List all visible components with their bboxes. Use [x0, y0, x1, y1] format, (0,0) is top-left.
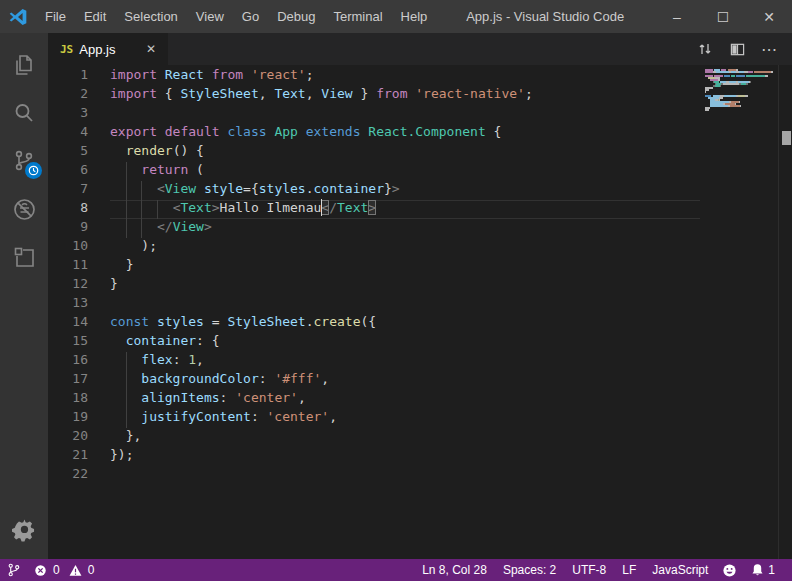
code-token: React [165, 67, 204, 82]
menu-selection[interactable]: Selection [115, 0, 186, 33]
cursor-position[interactable]: Ln 8, Col 28 [415, 559, 494, 581]
indent-guide [126, 390, 127, 409]
feedback-button[interactable] [715, 559, 744, 581]
code-token: > [212, 200, 220, 215]
close-button[interactable]: ✕ [746, 0, 792, 33]
maximize-button[interactable]: ☐ [700, 0, 746, 33]
code-token: from [212, 67, 243, 82]
indentation[interactable]: Spaces: 2 [496, 559, 563, 581]
code-token: > [204, 219, 212, 234]
encoding[interactable]: UTF-8 [565, 559, 613, 581]
overview-ruler[interactable] [778, 65, 792, 559]
code-token: style [204, 181, 243, 196]
code-token: 1 [188, 352, 196, 367]
line-number: 18 [48, 390, 88, 409]
code-line: justifyContent: 'center', [110, 409, 700, 428]
code-line [110, 105, 700, 124]
code-token: styles [157, 314, 204, 329]
menu-help[interactable]: Help [392, 0, 437, 33]
code-token: StyleSheet [180, 86, 258, 101]
status-bar: 0 0 Ln 8, Col 28Spaces: 2UTF-8LFJavaScri… [0, 559, 792, 581]
code-token: , [259, 86, 275, 101]
minimap[interactable] [700, 65, 778, 559]
menu-bar: FileEditSelectionViewGoDebugTerminalHelp [36, 0, 436, 33]
code-token: < [321, 200, 329, 215]
code-token [204, 67, 212, 82]
code-token: > [392, 181, 400, 196]
indent-guide [126, 181, 127, 200]
code-token: } [384, 181, 392, 196]
line-number: 8 [48, 200, 88, 219]
menu-go[interactable]: Go [233, 0, 268, 33]
main-area: JS App.js ✕ [0, 33, 792, 559]
code-token: : [220, 390, 236, 405]
line-number: 17 [48, 371, 88, 390]
menu-file[interactable]: File [36, 0, 75, 33]
tab-bar: JS App.js ✕ [48, 33, 792, 65]
code-token: React.Component [368, 124, 485, 139]
open-changes-button[interactable] [692, 36, 718, 62]
code-line: } [110, 276, 700, 295]
minimize-button[interactable]: – [654, 0, 700, 33]
clock-icon [28, 165, 39, 176]
code-line: alignItems: 'center', [110, 390, 700, 409]
menu-debug[interactable]: Debug [268, 0, 324, 33]
indent-guide [126, 162, 127, 181]
git-branch-status-button[interactable] [0, 559, 27, 581]
line-number: 19 [48, 409, 88, 428]
code-token: ( [188, 162, 204, 177]
split-editor-button[interactable] [724, 36, 750, 62]
line-number: 14 [48, 314, 88, 333]
code-token: () { [173, 143, 204, 158]
menu-edit[interactable]: Edit [75, 0, 115, 33]
code-line: return ( [110, 162, 700, 181]
window-title: App.js - Visual Studio Code [436, 9, 654, 24]
code-area[interactable]: import React from 'react';import { Style… [100, 65, 700, 559]
more-actions-button[interactable]: ⋯ [756, 36, 782, 62]
code-token: StyleSheet [227, 314, 305, 329]
code-token: class [227, 124, 266, 139]
menu-view[interactable]: View [187, 0, 233, 33]
activity-item-explorer[interactable] [0, 41, 48, 89]
activity-item-debug[interactable] [0, 185, 48, 233]
overview-ruler-cursor-marker [782, 131, 791, 145]
error-count: 0 [53, 563, 60, 577]
eol-sequence[interactable]: LF [615, 559, 643, 581]
code-token: </ [157, 219, 173, 234]
close-tab-icon[interactable]: ✕ [142, 40, 160, 58]
code-line: const styles = StyleSheet.create({ [110, 314, 700, 333]
activity-item-extensions[interactable] [0, 233, 48, 281]
code-token: Text [274, 86, 305, 101]
code-token: . [306, 181, 314, 196]
indent-guide [126, 409, 127, 428]
activity-item-source-control[interactable] [0, 137, 48, 185]
code-token: Text [337, 200, 368, 215]
activity-item-search[interactable] [0, 89, 48, 137]
line-number: 16 [48, 352, 88, 371]
code-token [243, 67, 251, 82]
indent-guide [126, 219, 127, 238]
menu-terminal[interactable]: Terminal [324, 0, 391, 33]
notifications-bell-icon [751, 563, 764, 577]
code-token: : [259, 371, 275, 386]
status-right-items: Ln 8, Col 28Spaces: 2UTF-8LFJavaScript [415, 559, 715, 581]
indent-guide [141, 219, 142, 238]
tab-appjs[interactable]: JS App.js ✕ [48, 33, 168, 65]
line-number: 20 [48, 428, 88, 447]
warnings-icon [69, 564, 82, 577]
extensions-icon [12, 245, 37, 270]
code-token: . [306, 314, 314, 329]
notification-count: 1 [768, 563, 775, 577]
code-token: } [110, 257, 133, 272]
indent-guide [126, 352, 127, 371]
line-number: 12 [48, 276, 88, 295]
manage-gear-button[interactable] [0, 505, 48, 553]
language-mode[interactable]: JavaScript [645, 559, 715, 581]
notifications-button[interactable]: 1 [744, 559, 782, 581]
code-token: container [126, 333, 196, 348]
code-token: Hallo Ilmenau [220, 200, 322, 215]
code-token [196, 181, 204, 196]
line-number: 21 [48, 447, 88, 466]
problems-button[interactable]: 0 0 [27, 559, 101, 581]
code-token: App [274, 124, 297, 139]
